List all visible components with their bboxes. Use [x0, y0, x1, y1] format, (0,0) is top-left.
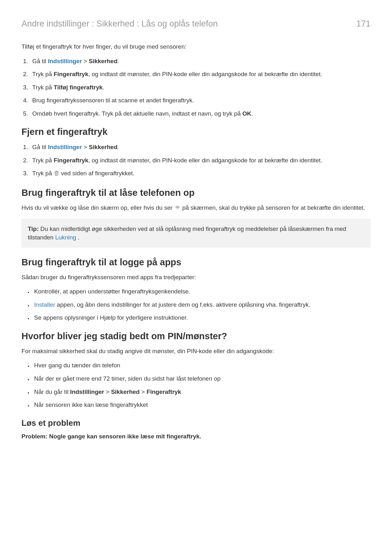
list-item: Hver gang du tænder din telefon [32, 361, 371, 370]
text: Når du går til [34, 388, 70, 395]
heading-unlock: Brug fingeraftryk til at låse telefonen … [21, 188, 371, 198]
text: Omdøb hvert fingeraftryk. Tryk på det ak… [32, 110, 242, 117]
page-header: Andre indstillinger : Sikkerhed : Lås og… [21, 19, 371, 29]
unlock-text: Hvis du vil vække og låse din skærm op, … [21, 204, 371, 213]
text-bold: OK [242, 110, 251, 117]
heading-remove: Fjern et fingeraftryk [21, 127, 371, 137]
text: . [76, 234, 80, 241]
text-bold: Indstillinger [70, 388, 104, 395]
heading-apps: Brug fingeraftryk til at logge på apps [21, 257, 371, 268]
text: , og indtast dit mønster, din PIN-kode e… [88, 157, 322, 164]
list-item: Tryk på ved siden af fingeraftrykket. [30, 169, 371, 179]
why-intro: For maksimal sikkerhed skal du stadig an… [21, 347, 371, 356]
trash-icon [54, 170, 59, 179]
tip-box: Tip: Du kan midlertidigt øge sikkerheden… [21, 219, 371, 248]
text: Tryk på [32, 84, 54, 91]
text: > [140, 388, 147, 395]
text: . [251, 110, 253, 117]
page-number: 171 [356, 19, 371, 29]
text-bold: Fingeraftryk [54, 157, 88, 164]
lockdown-link[interactable]: Lukning [55, 234, 76, 241]
page: Andre indstillinger : Sikkerhed : Lås og… [0, 0, 392, 554]
apps-intro: Sådan bruger du fingeraftrykssensoren me… [21, 273, 371, 282]
text: > [104, 388, 111, 395]
text: Tryk på [32, 157, 54, 164]
list-item: Når du går til Indstillinger > Sikkerhed… [32, 388, 371, 396]
text-bold: Sikkerhed [111, 388, 140, 395]
heading-fix: Løs et problem [21, 418, 371, 428]
list-item: Se appens oplysninger i Hjælp for yderli… [32, 313, 371, 322]
text-bold: Sikkerhed [89, 58, 118, 64]
list-item: Gå til Indstillinger > Sikkerhed. [30, 143, 371, 152]
tip-label: Tip: [28, 226, 39, 232]
settings-link[interactable]: Indstillinger [48, 144, 82, 150]
text: appen, og åbn dens indstillinger for at … [55, 301, 311, 308]
text: ved siden af fingeraftrykket. [59, 170, 135, 177]
list-item: Kontrollér, at appen understøtter finger… [32, 287, 371, 296]
list-item: Installer appen, og åbn dens indstilling… [32, 300, 371, 309]
text: Tryk på [32, 71, 54, 77]
list-item: Tryk på Fingeraftryk, og indtast dit møn… [30, 70, 371, 79]
text-bold: Problem: Nogle gange kan sensoren ikke l… [21, 433, 201, 440]
text: Tryk på [32, 170, 54, 177]
text: Hvis du vil vække og låse din skærm op, … [21, 204, 174, 211]
text: Gå til [32, 144, 48, 150]
text: . [103, 84, 104, 91]
list-item: Tryk på Tilføj fingeraftryk. [30, 83, 371, 92]
text: , og indtast dit mønster, din PIN-kode e… [88, 71, 322, 77]
apps-list: Kontrollér, at appen understøtter finger… [21, 287, 371, 322]
breadcrumb: Andre indstillinger : Sikkerhed : Lås og… [21, 19, 218, 29]
text: > [82, 144, 89, 150]
list-item: Gå til Indstillinger > Sikkerhed. [30, 57, 371, 66]
remove-fingerprint-list: Gå til Indstillinger > Sikkerhed. Tryk p… [21, 143, 371, 179]
heading-why: Hvorfor bliver jeg stadig bedt om PIN/mø… [21, 331, 371, 341]
text: . [118, 144, 119, 150]
fix-problem: Problem: Nogle gange kan sensoren ikke l… [21, 432, 371, 441]
text: på skærmen, skal du trykke på sensoren f… [181, 204, 365, 211]
intro-text: Tilføj et fingeraftryk for hver finger, … [21, 43, 371, 51]
text-bold: Fingeraftryk [147, 388, 181, 395]
add-fingerprint-list: Gå til Indstillinger > Sikkerhed. Tryk p… [21, 57, 371, 118]
list-item: Når sensoren ikke kan læse fingeraftrykk… [32, 400, 371, 409]
list-item: Omdøb hvert fingeraftryk. Tryk på det ak… [30, 109, 371, 118]
text: . [118, 58, 119, 64]
list-item: Når der er gået mere end 72 timer, siden… [32, 374, 371, 383]
why-list: Hver gang du tænder din telefon Når der … [21, 361, 371, 409]
list-item: Brug fingeraftrykssensoren til at scanne… [30, 96, 371, 105]
text: > [82, 58, 89, 64]
settings-link[interactable]: Indstillinger [48, 58, 82, 64]
text-bold: Sikkerhed [89, 144, 118, 150]
install-link[interactable]: Installer [34, 301, 55, 308]
list-item: Tryk på Fingeraftryk, og indtast dit møn… [30, 156, 371, 165]
text-bold: Tilføj fingeraftryk [54, 84, 103, 91]
fingerprint-icon [174, 204, 181, 213]
svg-rect-0 [55, 172, 58, 176]
text-bold: Fingeraftryk [54, 71, 88, 77]
text: Gå til [32, 58, 48, 64]
